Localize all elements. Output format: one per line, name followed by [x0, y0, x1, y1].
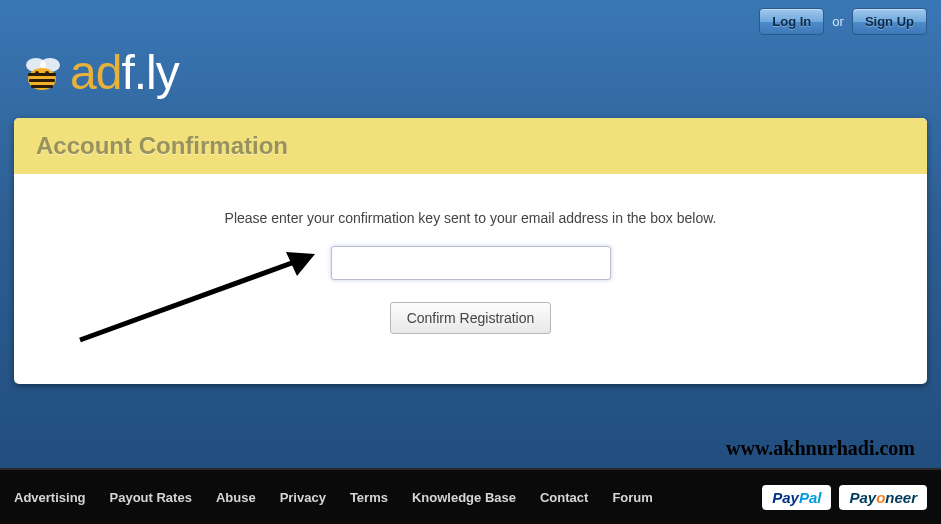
bee-icon	[20, 51, 64, 95]
payment-badges: PayPal Payoneer	[762, 485, 927, 510]
footer-link-forum[interactable]: Forum	[612, 490, 652, 505]
footer-link-privacy[interactable]: Privacy	[280, 490, 326, 505]
footer: Advertising Payout Rates Abuse Privacy T…	[0, 468, 941, 524]
logo[interactable]: adf.ly	[0, 35, 941, 118]
payoneer-o: o	[876, 489, 885, 506]
payoneer-badge: Payoneer	[839, 485, 927, 510]
footer-link-contact[interactable]: Contact	[540, 490, 588, 505]
logo-text: adf.ly	[70, 45, 179, 100]
footer-link-knowledge-base[interactable]: Knowledge Base	[412, 490, 516, 505]
payoneer-neer: neer	[885, 489, 917, 506]
logo-letter-y: y	[156, 46, 179, 99]
svg-rect-3	[28, 73, 56, 76]
svg-point-6	[35, 71, 39, 75]
confirmation-card: Account Confirmation Please enter your c…	[14, 118, 927, 384]
footer-link-advertising[interactable]: Advertising	[14, 490, 86, 505]
card-body: Please enter your confirmation key sent …	[14, 174, 927, 384]
instruction-text: Please enter your confirmation key sent …	[34, 210, 907, 226]
logo-letter-l: l	[146, 46, 156, 99]
svg-rect-5	[31, 85, 53, 88]
payoneer-pa: Pa	[849, 489, 867, 506]
logo-dot: .	[134, 46, 146, 99]
logo-letter-f: f	[121, 46, 133, 99]
confirm-registration-button[interactable]: Confirm Registration	[390, 302, 552, 334]
svg-point-7	[45, 71, 49, 75]
top-bar: Log In or Sign Up	[0, 0, 941, 35]
card-header: Account Confirmation	[14, 118, 927, 174]
paypal-pay: Pay	[772, 489, 799, 506]
confirmation-key-input[interactable]	[331, 246, 611, 280]
footer-link-abuse[interactable]: Abuse	[216, 490, 256, 505]
or-text: or	[832, 14, 844, 29]
logo-letter-a: a	[70, 46, 96, 99]
footer-link-payout-rates[interactable]: Payout Rates	[110, 490, 192, 505]
paypal-pal: Pal	[799, 489, 822, 506]
svg-rect-4	[29, 79, 55, 82]
watermark-text: www.akhnurhadi.com	[726, 437, 915, 460]
footer-links: Advertising Payout Rates Abuse Privacy T…	[14, 490, 762, 505]
page-title: Account Confirmation	[36, 132, 905, 160]
payoneer-y: y	[868, 489, 876, 506]
paypal-badge: PayPal	[762, 485, 831, 510]
signup-button[interactable]: Sign Up	[852, 8, 927, 35]
login-button[interactable]: Log In	[759, 8, 824, 35]
footer-link-terms[interactable]: Terms	[350, 490, 388, 505]
logo-letter-d: d	[96, 46, 122, 99]
